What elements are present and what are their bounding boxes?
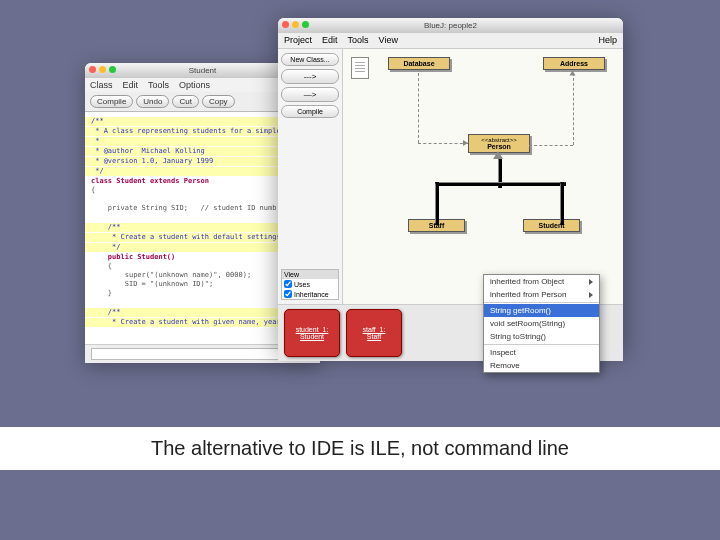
menu-getroom[interactable]: String getRoom() xyxy=(484,304,599,317)
menu-inherited-object[interactable]: inherited from Object xyxy=(484,275,599,288)
menu-setroom[interactable]: void setRoom(String) xyxy=(484,317,599,330)
view-panel: View Uses Inheritance xyxy=(281,269,339,300)
menu-tools[interactable]: Tools xyxy=(348,33,369,48)
menu-edit[interactable]: Edit xyxy=(123,78,139,92)
minimize-icon[interactable] xyxy=(292,21,299,28)
class-database[interactable]: Database xyxy=(388,57,450,70)
close-icon[interactable] xyxy=(89,66,96,73)
new-class-button[interactable]: New Class... xyxy=(281,53,339,66)
menu-edit[interactable]: Edit xyxy=(322,33,338,48)
slide-caption: The alternative to IDE is ILE, not comma… xyxy=(0,427,720,470)
class-diagram-canvas[interactable]: Database Address Person Staff Student xyxy=(343,49,623,304)
project-titlebar[interactable]: BlueJ: people2 xyxy=(278,18,623,33)
menu-options[interactable]: Options xyxy=(179,78,210,92)
menu-inspect[interactable]: Inspect xyxy=(484,346,599,359)
menu-view[interactable]: View xyxy=(379,33,398,48)
editor-title: Student xyxy=(189,66,217,75)
menu-class[interactable]: Class xyxy=(90,78,113,92)
project-menubar: Project Edit Tools View Help xyxy=(278,33,623,49)
uses-arrow-button[interactable]: ---> xyxy=(281,69,339,84)
minimize-icon[interactable] xyxy=(99,66,106,73)
uses-checkbox-row[interactable]: Uses xyxy=(282,279,338,289)
compile-button[interactable]: Compile xyxy=(90,95,133,108)
project-sidebar: New Class... ---> —> Compile View Uses I… xyxy=(278,49,343,304)
cut-button[interactable]: Cut xyxy=(172,95,198,108)
project-window: BlueJ: people2 Project Edit Tools View H… xyxy=(278,18,623,353)
chevron-right-icon xyxy=(589,292,593,298)
zoom-icon[interactable] xyxy=(109,66,116,73)
copy-button[interactable]: Copy xyxy=(202,95,235,108)
menu-project[interactable]: Project xyxy=(284,33,312,48)
class-address[interactable]: Address xyxy=(543,57,605,70)
chevron-right-icon xyxy=(589,279,593,285)
class-student[interactable]: Student xyxy=(523,219,580,232)
object-staff1[interactable]: staff_1: Staff xyxy=(346,309,402,357)
menu-tools[interactable]: Tools xyxy=(148,78,169,92)
menu-help[interactable]: Help xyxy=(598,33,617,48)
inheritance-checkbox-row[interactable]: Inheritance xyxy=(282,289,338,299)
menu-tostring[interactable]: String toString() xyxy=(484,330,599,343)
compile-button[interactable]: Compile xyxy=(281,105,339,118)
context-menu: inherited from Object inherited from Per… xyxy=(483,274,600,373)
readme-icon[interactable] xyxy=(351,57,369,79)
inherit-arrow-button[interactable]: —> xyxy=(281,87,339,102)
view-header: View xyxy=(282,270,338,279)
zoom-icon[interactable] xyxy=(302,21,309,28)
menu-inherited-person[interactable]: inherited from Person xyxy=(484,288,599,301)
object-student1[interactable]: student_1: Student xyxy=(284,309,340,357)
menu-remove[interactable]: Remove xyxy=(484,359,599,372)
undo-button[interactable]: Undo xyxy=(136,95,169,108)
close-icon[interactable] xyxy=(282,21,289,28)
editor-status-input[interactable] xyxy=(91,348,287,360)
uses-checkbox[interactable] xyxy=(284,280,292,288)
inheritance-checkbox[interactable] xyxy=(284,290,292,298)
project-title: BlueJ: people2 xyxy=(424,21,477,30)
